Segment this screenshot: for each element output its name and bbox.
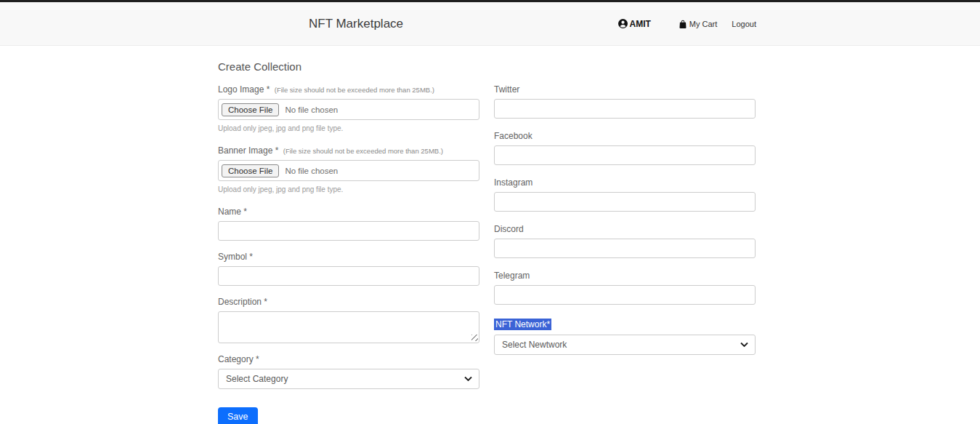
- user-name: AMIT: [630, 19, 651, 29]
- description-textarea-wrap: [218, 311, 479, 343]
- banner-image-note: (File size should not be exceeded more t…: [283, 147, 443, 155]
- network-selected-value: Select Newtwork: [502, 340, 567, 350]
- facebook-input[interactable]: [494, 145, 756, 165]
- category-group: Category * Select Category: [218, 354, 479, 389]
- network-select[interactable]: Select Newtwork: [494, 335, 756, 355]
- twitter-group: Twitter: [494, 84, 756, 119]
- banner-help-text: Upload only jpeg, jpg and png file type.: [218, 185, 479, 193]
- chevron-down-icon: [464, 377, 472, 382]
- create-collection-page: Create Collection Logo Image * (File siz…: [218, 46, 756, 424]
- logo-file-status: No file chosen: [285, 105, 338, 114]
- description-group: Description *: [218, 297, 479, 343]
- twitter-input[interactable]: [494, 99, 756, 119]
- discord-group: Discord: [494, 224, 756, 258]
- logout-link[interactable]: Logout: [732, 20, 756, 28]
- name-input[interactable]: [218, 221, 479, 241]
- form-right-column: Twitter Facebook Instagram Discord Teleg…: [494, 84, 756, 424]
- logo-image-note: (File size should not be exceeded more t…: [275, 86, 434, 94]
- telegram-group: Telegram: [494, 271, 756, 305]
- form-columns: Logo Image * (File size should not be ex…: [218, 84, 756, 424]
- logo-image-label: Logo Image *: [218, 84, 270, 95]
- save-button[interactable]: Save: [218, 407, 258, 424]
- user-icon: [618, 19, 628, 28]
- header-nav: AMIT My Cart Logout: [618, 19, 756, 29]
- header: NFT Marketplace AMIT My Cart Logout: [0, 2, 980, 46]
- name-group: Name *: [218, 207, 479, 241]
- banner-choose-file-button[interactable]: Choose File: [222, 164, 279, 177]
- symbol-label: Symbol *: [218, 252, 479, 262]
- logo-file-input[interactable]: Choose File No file chosen: [218, 99, 479, 120]
- instagram-group: Instagram: [494, 177, 756, 212]
- instagram-input[interactable]: [494, 192, 756, 212]
- name-label: Name *: [218, 207, 479, 217]
- my-cart-link[interactable]: My Cart: [679, 20, 718, 28]
- brand-title: NFT Marketplace: [309, 17, 403, 31]
- network-label-highlighted: NFT Network*: [494, 319, 551, 330]
- logo-choose-file-button[interactable]: Choose File: [222, 103, 279, 116]
- discord-label: Discord: [494, 224, 756, 234]
- network-group: NFT Network* Select Newtwork: [494, 317, 756, 355]
- facebook-label: Facebook: [494, 131, 756, 141]
- banner-image-group: Banner Image * (File size should not be …: [218, 145, 479, 193]
- form-left-column: Logo Image * (File size should not be ex…: [218, 84, 479, 424]
- logout-label: Logout: [732, 20, 756, 28]
- banner-image-label-row: Banner Image * (File size should not be …: [218, 145, 479, 156]
- symbol-input[interactable]: [218, 266, 479, 286]
- facebook-group: Facebook: [494, 131, 756, 165]
- logo-image-group: Logo Image * (File size should not be ex…: [218, 84, 479, 132]
- logo-image-label-row: Logo Image * (File size should not be ex…: [218, 84, 479, 95]
- category-label: Category *: [218, 354, 479, 364]
- telegram-input[interactable]: [494, 285, 756, 305]
- symbol-group: Symbol *: [218, 252, 479, 286]
- logo-help-text: Upload only jpeg, jpg and png file type.: [218, 124, 479, 132]
- banner-image-label: Banner Image *: [218, 145, 278, 156]
- description-textarea[interactable]: [218, 311, 479, 343]
- page-title: Create Collection: [218, 60, 756, 73]
- twitter-label: Twitter: [494, 84, 756, 95]
- chevron-down-icon: [740, 343, 748, 348]
- instagram-label: Instagram: [494, 177, 756, 188]
- category-selected-value: Select Category: [226, 374, 288, 384]
- banner-file-input[interactable]: Choose File No file chosen: [218, 160, 479, 181]
- cart-icon: [679, 20, 687, 28]
- category-select[interactable]: Select Category: [218, 369, 479, 389]
- telegram-label: Telegram: [494, 271, 756, 281]
- banner-file-status: No file chosen: [285, 167, 338, 175]
- description-label: Description *: [218, 297, 479, 307]
- user-menu[interactable]: AMIT: [618, 19, 651, 29]
- cart-label: My Cart: [689, 20, 718, 28]
- discord-input[interactable]: [494, 239, 756, 258]
